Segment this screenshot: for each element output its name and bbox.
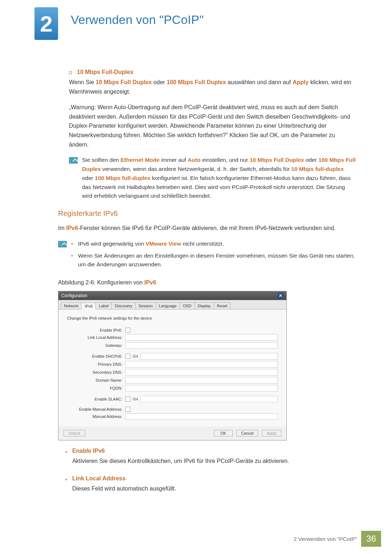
dot-bullet-icon: • xyxy=(71,253,73,259)
suffix-64: /64 xyxy=(130,354,138,358)
checkbox-enable-dhcp[interactable] xyxy=(125,354,130,359)
tab-network[interactable]: Network xyxy=(61,302,82,309)
input-domain-name[interactable] xyxy=(125,377,278,383)
chapter-title: Verwenden von "PCoIP" xyxy=(71,13,204,27)
section-heading-ipv6: Registerkarte IPv6 xyxy=(58,209,356,218)
footer-page-number: 36 xyxy=(361,531,381,547)
checkbox-enable-manual[interactable] xyxy=(125,407,130,412)
config-dialog: Configuration ✕ Network IPv6 Label Disco… xyxy=(58,291,287,440)
tab-ipv6[interactable]: IPv6 xyxy=(81,303,96,309)
field-heading: Enable IPv6 xyxy=(72,448,289,454)
subsection-heading: 10 Mbps Full-Duplex xyxy=(77,69,134,75)
note-icon xyxy=(58,241,67,247)
dialog-description: Change the IPv6 network settings for the… xyxy=(67,316,278,320)
label-manual-addr: Manual Address: xyxy=(67,414,125,419)
label-gateway: Gateway: xyxy=(67,343,125,348)
list-item: • Enable IPv6 Aktivieren Sie dieses Kont… xyxy=(65,448,356,472)
field-heading: Link Local Address xyxy=(72,475,176,482)
checkbox-enable-slaac[interactable] xyxy=(125,397,130,402)
page-footer: 2 Verwenden von "PCoIP" 36 xyxy=(294,531,381,547)
unlock-button[interactable]: Unlock xyxy=(64,430,85,436)
input-fqdn[interactable] xyxy=(125,385,278,391)
figure-caption: Abbildung 2-6: Konfigurieren von IPv6 xyxy=(58,279,356,286)
tab-discovery[interactable]: Discovery xyxy=(111,302,135,309)
dialog-tabs: Network IPv6 Label Discovery Session Lan… xyxy=(58,300,286,309)
suffix-64: /64 xyxy=(130,397,138,401)
note-text: Sie sollten den Ethernet Mode immer auf … xyxy=(82,156,356,201)
tab-osd[interactable]: OSD xyxy=(180,302,195,309)
tab-display[interactable]: Display xyxy=(195,302,214,309)
list-item: • IPv6 wird gegenwärtig von VMware View … xyxy=(71,239,356,249)
dialog-body: Change the IPv6 network settings for the… xyxy=(58,309,286,426)
note-block: Sie sollten den Ethernet Mode immer auf … xyxy=(69,156,356,201)
dot-bullet-icon: • xyxy=(71,241,73,247)
close-icon[interactable]: ✕ xyxy=(278,293,283,299)
tab-label[interactable]: Label xyxy=(95,302,112,309)
dialog-titlebar: Configuration ✕ xyxy=(58,291,286,300)
note-block: • IPv6 wird gegenwärtig von VMware View … xyxy=(58,239,356,272)
input-link-local[interactable] xyxy=(125,334,278,341)
input-gateway[interactable] xyxy=(125,342,278,349)
note-icon xyxy=(69,157,78,164)
label-enable-slaac: Enable SLAAC: xyxy=(67,397,125,401)
paragraph-warning: „Warnung: Wenn Auto-Übertragung auf dem … xyxy=(69,103,356,149)
paragraph: Im IPv6-Fenster können Sie IPv6 für PCoI… xyxy=(58,223,356,233)
label-domain-name: Domain Name: xyxy=(67,378,125,382)
label-primary-dns: Primary DNS: xyxy=(67,362,125,366)
page-content: 10 Mbps Full-Duplex Wenn Sie 10 Mbps Ful… xyxy=(58,69,356,502)
field-desc: Aktivieren Sie dieses Kontrollkästchen, … xyxy=(72,456,289,466)
label-link-local: Link Local Address: xyxy=(67,335,125,340)
label-enable-manual: Enable Manual Address: xyxy=(67,407,125,411)
checkbox-enable-ipv6[interactable] xyxy=(125,328,130,333)
apply-button[interactable]: Apply xyxy=(262,430,281,436)
input-dhcp[interactable] xyxy=(140,353,278,360)
input-slaac[interactable] xyxy=(140,396,278,402)
square-bullet-icon xyxy=(69,71,72,74)
list-item: • Wenn Sie Änderungen an den Einstellung… xyxy=(71,251,356,270)
tab-language[interactable]: Language xyxy=(156,302,180,309)
label-secondary-dns: Secondary DNS: xyxy=(67,370,125,374)
label-enable-dhcp: Endble DHCPv6: xyxy=(67,354,125,358)
input-primary-dns[interactable] xyxy=(125,361,278,368)
list-item: • Link Local Address Dieses Feld wird au… xyxy=(65,475,356,500)
label-enable-ipv6: Enable IPv6: xyxy=(67,328,125,332)
dot-bullet-icon: • xyxy=(65,477,67,483)
label-fqdn: FQDN: xyxy=(67,386,125,390)
ok-button[interactable]: OK xyxy=(214,430,233,436)
input-manual-addr[interactable] xyxy=(125,413,278,420)
tab-reset[interactable]: Reset xyxy=(214,302,231,309)
cancel-button[interactable]: Cancel xyxy=(236,430,258,436)
paragraph: Wenn Sie 10 Mbps Full Duplex oder 100 Mb… xyxy=(69,78,356,96)
dot-bullet-icon: • xyxy=(65,449,67,455)
footer-chapter-text: 2 Verwenden von "PCoIP" xyxy=(294,536,357,542)
chapter-number-badge: 2 xyxy=(34,7,58,40)
dialog-title-text: Configuration xyxy=(61,293,87,298)
input-secondary-dns[interactable] xyxy=(125,369,278,376)
tab-session[interactable]: Session xyxy=(135,302,156,309)
field-desc: Dieses Feld wird automatisch ausgefüllt. xyxy=(72,484,176,493)
dialog-button-row: Unlock OK Cancel Apply xyxy=(58,426,286,440)
